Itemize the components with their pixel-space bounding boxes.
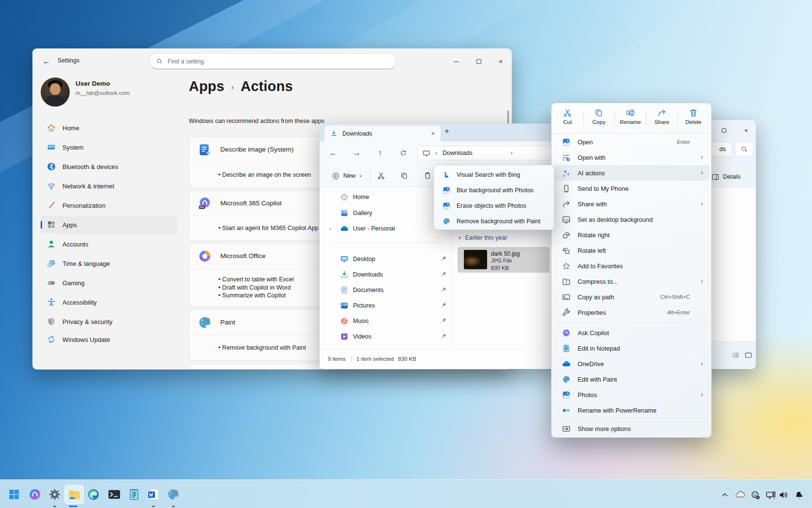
back-button[interactable]: ← — [39, 54, 54, 69]
terminal-button[interactable] — [105, 485, 124, 504]
menu-item-add-to-favorites[interactable]: Add to Favorites — [554, 258, 710, 274]
tab-downloads[interactable]: Downloads × — [324, 125, 441, 141]
nav-item-gallery[interactable]: Gallery — [325, 206, 445, 220]
menu-item-rotate-right[interactable]: Rotate right — [554, 227, 710, 243]
nav-item-videos[interactable]: Videos — [325, 329, 445, 344]
back-button[interactable]: ← — [325, 146, 341, 160]
refresh-button[interactable] — [396, 146, 411, 160]
settings-button[interactable] — [45, 485, 64, 504]
tray-display-pen-button[interactable] — [764, 488, 778, 502]
menu-item-compress-to[interactable]: Compress to... › — [554, 274, 710, 289]
search-box-fragment[interactable] — [735, 142, 753, 156]
new-tab-button[interactable]: + — [444, 126, 449, 136]
close-button[interactable]: × — [490, 54, 512, 69]
menu-item-send-to-my-phone[interactable]: Send to My Phone — [554, 181, 710, 196]
nav-item-documents[interactable]: Documents — [325, 283, 445, 297]
menu-label: Open with — [578, 154, 606, 161]
sidebar-item-windows-update[interactable]: Windows Update — [41, 331, 177, 348]
pin-icon[interactable] — [441, 302, 447, 308]
new-button[interactable]: New ∨ — [328, 169, 366, 183]
tray-chevron-up-button[interactable] — [718, 488, 732, 502]
menu-item-rotate-left[interactable]: Rotate left — [554, 243, 710, 258]
maximize-button[interactable] — [468, 54, 490, 69]
start-button[interactable] — [4, 485, 24, 504]
nav-item-music[interactable]: Music — [325, 314, 445, 328]
menu-item-rename-with-powerrename[interactable]: Rename with PowerRename — [554, 402, 710, 418]
scrollbar-thumb[interactable] — [507, 110, 509, 124]
file-explorer-button[interactable] — [64, 485, 84, 504]
menu-item-show-more-options[interactable]: Show more options — [554, 421, 710, 436]
menu-item-set-as-desktop-background[interactable]: Set as desktop background — [554, 212, 710, 227]
paint-button[interactable] — [164, 485, 183, 504]
nav-item-desktop[interactable]: Desktop — [325, 252, 445, 266]
tray-notification-bell-button[interactable] — [792, 488, 806, 502]
submenu-item-remove-background-with-paint[interactable]: Remove background with Paint — [436, 214, 552, 229]
tray-onedrive-button[interactable] — [734, 488, 747, 502]
menu-item-ask-copilot[interactable]: Ask Copilot — [554, 325, 710, 340]
list-view-button[interactable] — [732, 352, 742, 359]
menu-item-open[interactable]: Open Enter — [554, 134, 710, 150]
submenu-item-erase-objects-with-photos[interactable]: Erase objects with Photos — [436, 198, 552, 213]
cut-button[interactable]: Cut — [554, 107, 581, 130]
address-segment[interactable]: Downloads — [443, 150, 473, 156]
menu-item-edit-with-paint[interactable]: Edit with Paint — [554, 371, 710, 387]
copilot-button[interactable] — [25, 485, 45, 504]
details-toggle-button[interactable]: Details — [712, 170, 741, 183]
submenu-item-blur-background-with-photos[interactable]: Blur background with Photos — [436, 183, 552, 198]
menu-item-ai-actions[interactable]: AI actions › — [554, 165, 710, 181]
copy-button[interactable]: Copy — [585, 107, 613, 130]
edge-button[interactable] — [84, 485, 103, 504]
sidebar-item-accounts[interactable]: Accounts — [41, 235, 177, 253]
sidebar-item-system[interactable]: System — [41, 139, 177, 156]
pin-icon[interactable] — [441, 286, 447, 292]
copy-button[interactable] — [397, 169, 412, 183]
preview-view-button[interactable] — [745, 352, 754, 359]
delete-button[interactable]: Delete — [680, 107, 707, 130]
pin-icon[interactable] — [441, 333, 447, 339]
tray-volume-button[interactable] — [777, 488, 790, 502]
tray-emoji-button[interactable] — [749, 488, 762, 502]
menu-item-edit-in-notepad[interactable]: Edit in Notepad — [554, 340, 710, 356]
settings-search-input[interactable]: Find a setting — [149, 53, 397, 69]
menu-item-properties[interactable]: Properties Alt+Enter — [554, 305, 710, 320]
forward-button[interactable]: → — [349, 146, 365, 160]
share-button[interactable]: Share — [648, 107, 675, 130]
submenu-item-visual-search-with-bing[interactable]: Visual Search with Bing — [436, 167, 552, 182]
sidebar-item-privacy[interactable]: Privacy & security — [41, 313, 177, 330]
rename-button[interactable]: Rename — [617, 107, 644, 130]
pin-icon[interactable] — [441, 271, 447, 277]
paste-button[interactable] — [420, 169, 435, 183]
nav-item-pictures[interactable]: Pictures — [325, 298, 445, 313]
nav-item-user-personal[interactable]: › User - Personal — [325, 221, 445, 236]
menu-item-open-with[interactable]: Open with › — [554, 150, 710, 165]
tab-close-icon[interactable]: × — [431, 130, 435, 137]
nav-item-home[interactable]: Home — [325, 190, 445, 204]
group-header[interactable]: ∨ Earlier this year — [458, 234, 507, 241]
notepad-button[interactable] — [124, 485, 144, 504]
close-button[interactable]: × — [738, 124, 754, 137]
pin-icon[interactable] — [441, 317, 447, 323]
maximize-button[interactable] — [716, 124, 732, 137]
sidebar-item-time-language[interactable]: Time & language — [41, 255, 177, 272]
minimize-button[interactable] — [445, 54, 467, 69]
menu-item-share-with[interactable]: Share with › — [554, 196, 710, 212]
word-button[interactable] — [144, 485, 163, 504]
menu-item-onedrive[interactable]: OneDrive › — [554, 356, 710, 371]
menu-item-copy-as-path[interactable]: Copy as path Ctrl+Shift+C — [554, 289, 710, 305]
sidebar-item-accessibility[interactable]: Accessibility — [41, 293, 177, 311]
sidebar-item-gaming[interactable]: Gaming — [41, 274, 177, 292]
avatar[interactable] — [41, 77, 70, 107]
sidebar-item-network[interactable]: Network & internet — [41, 177, 177, 195]
sidebar-item-personalization[interactable]: Personalization — [41, 197, 177, 214]
up-button[interactable]: ↑ — [372, 146, 388, 160]
nav-item-downloads[interactable]: Downloads — [325, 267, 445, 282]
desktop-icon — [340, 255, 348, 263]
menu-item-photos[interactable]: Photos › — [554, 387, 710, 402]
sidebar-item-home[interactable]: Home — [41, 119, 177, 137]
breadcrumb-parent[interactable]: Apps — [189, 78, 224, 94]
sidebar-item-bluetooth[interactable]: Bluetooth & devices — [41, 158, 177, 175]
pin-icon[interactable] — [441, 255, 447, 262]
sidebar-item-apps[interactable]: Apps — [41, 216, 177, 233]
expand-chevron-icon[interactable]: › — [329, 226, 331, 231]
cut-button[interactable] — [374, 169, 388, 183]
